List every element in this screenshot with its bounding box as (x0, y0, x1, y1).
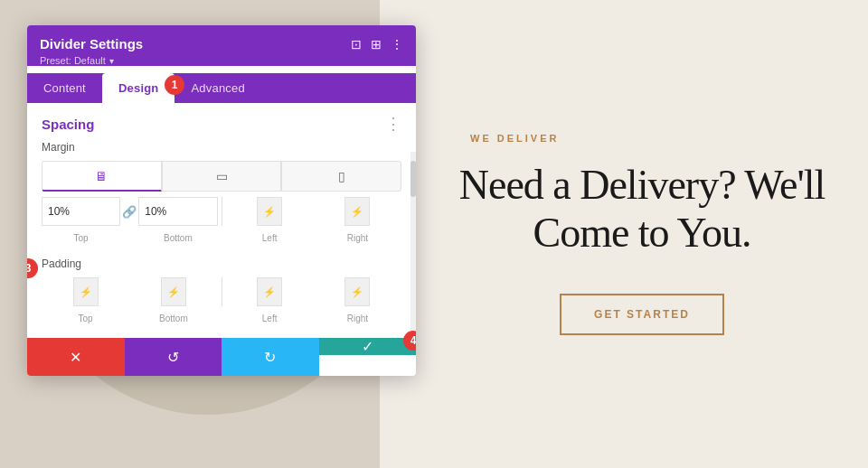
preset-arrow: ▾ (109, 56, 114, 66)
right-content-area: WE DELIVER Need a Delivery? We'll Come t… (416, 0, 868, 468)
get-started-button[interactable]: GET STARTED (560, 294, 724, 335)
section-options-icon[interactable]: ⋮ (385, 116, 401, 132)
panel-footer: ✕ ↺ ↻ ✓ 4 (27, 338, 416, 376)
spacing-section-header: Spacing ⋮ (42, 116, 401, 132)
link-top-bottom-icon[interactable]: 🔗 (122, 205, 137, 219)
padding-inputs-row: ⚡ ⚡ ⚡ (42, 277, 401, 306)
padding-top-label: Top (79, 314, 93, 323)
mobile-icon: ▯ (338, 169, 345, 183)
margin-left-label: Left (262, 233, 278, 243)
divider-settings-panel: Divider Settings ⊡ ⊞ ⋮ Preset: Default ▾… (27, 25, 416, 376)
padding-top-group: ⚡ (42, 277, 129, 306)
panel-body: Spacing ⋮ Margin 🖥 ▭ ▯ 2 (27, 103, 416, 325)
headline-line1: Need a Delivery? We'll (459, 162, 826, 208)
tablet-icon: ▭ (216, 169, 228, 183)
margin-right-link-icon: ⚡ (351, 206, 363, 218)
expand-icon[interactable]: ⊡ (351, 37, 362, 51)
margin-bottom-value: 10% (145, 205, 166, 218)
padding-right-group: ⚡ (314, 277, 401, 306)
preset-label: Preset: Default (40, 55, 106, 66)
more-options-icon[interactable]: ⋮ (391, 37, 403, 51)
panel-header: Divider Settings ⊡ ⊞ ⋮ Preset: Default ▾ (27, 25, 416, 66)
headline-line2: Come to You. (533, 210, 750, 256)
save-icon: ✓ (362, 338, 373, 355)
padding-right-link: ⚡ (351, 286, 363, 298)
cancel-icon: ✕ (70, 349, 81, 366)
device-mobile[interactable]: ▯ (281, 161, 401, 192)
padding-bottom-label: Bottom (159, 314, 188, 323)
padding-top-input[interactable]: ⚡ (73, 277, 99, 306)
margin-top-group: 10% (42, 197, 120, 226)
we-deliver-label: WE DELIVER (470, 133, 559, 144)
margin-right-group: ⚡ (314, 197, 401, 226)
margin-left-link-icon: ⚡ (263, 206, 276, 218)
tab-content[interactable]: Content (27, 73, 102, 103)
panel-preset[interactable]: Preset: Default ▾ (40, 55, 403, 66)
padding-bottom-link: ⚡ (167, 286, 180, 298)
spacing-title: Spacing (42, 117, 94, 132)
margin-top-value: 10% (48, 205, 70, 218)
cancel-button[interactable]: ✕ (27, 338, 125, 376)
margin-sub-labels: Top Bottom Left Right (42, 229, 401, 245)
padding-bottom-input[interactable]: ⚡ (161, 277, 186, 306)
margin-left-input-wrap[interactable]: ⚡ (257, 197, 282, 226)
padding-vertical-divider (222, 277, 222, 306)
margin-bottom-label: Bottom (164, 233, 193, 243)
vertical-divider (222, 197, 222, 226)
margin-top-label: Top (74, 233, 89, 243)
padding-right-label: Right (347, 314, 368, 323)
panel-title: Divider Settings (40, 36, 143, 51)
padding-left-group: ⚡ (226, 277, 314, 306)
margin-section: Margin 🖥 ▭ ▯ 2 (42, 141, 401, 245)
scrollbar-thumb[interactable] (410, 161, 416, 197)
panel-tabs: Content Design Advanced 1 (27, 73, 416, 103)
margin-right-input-wrap[interactable]: ⚡ (344, 197, 370, 226)
padding-sub-labels: Top Bottom Left Right (42, 309, 401, 325)
margin-inputs-row: 10% 🔗 10% (42, 197, 401, 226)
panel-title-icons: ⊡ ⊞ ⋮ (351, 37, 403, 51)
headline: Need a Delivery? We'll Come to You. (459, 162, 826, 257)
margin-bottom-group: 10% (138, 197, 217, 226)
margin-bottom-input-wrap[interactable]: 10% (138, 197, 217, 226)
badge-1: 1 (165, 75, 184, 95)
padding-right-input[interactable]: ⚡ (344, 277, 370, 306)
padding-left-label: Left (262, 314, 278, 323)
device-row: 🖥 ▭ ▯ (42, 161, 401, 192)
padding-top-link: ⚡ (80, 286, 92, 298)
margin-top-input-wrap[interactable]: 10% (42, 197, 120, 226)
margin-label: Margin (42, 141, 401, 154)
device-tablet[interactable]: ▭ (162, 161, 282, 192)
margin-right-label: Right (347, 233, 368, 243)
redo-button[interactable]: ↻ (222, 338, 319, 376)
panel-title-row: Divider Settings ⊡ ⊞ ⋮ (40, 36, 403, 51)
columns-icon[interactable]: ⊞ (371, 37, 382, 51)
desktop-icon: 🖥 (95, 169, 108, 183)
save-button-wrap: ✓ 4 (319, 338, 417, 376)
padding-left-link: ⚡ (263, 286, 276, 298)
tab-design[interactable]: Design (102, 73, 175, 103)
padding-bottom-group: ⚡ (129, 277, 217, 306)
margin-left-group: ⚡ (226, 197, 314, 226)
padding-label: Padding (42, 257, 401, 270)
save-button[interactable]: ✓ (319, 338, 417, 355)
tab-advanced[interactable]: Advanced (175, 73, 260, 103)
redo-icon: ↻ (264, 349, 276, 366)
scrollbar-track (410, 152, 416, 340)
undo-button[interactable]: ↺ (125, 338, 222, 376)
undo-icon: ↺ (167, 349, 179, 366)
device-desktop[interactable]: 🖥 (42, 161, 162, 192)
padding-left-input[interactable]: ⚡ (257, 277, 282, 306)
padding-section: Padding ⚡ ⚡ (42, 257, 401, 325)
